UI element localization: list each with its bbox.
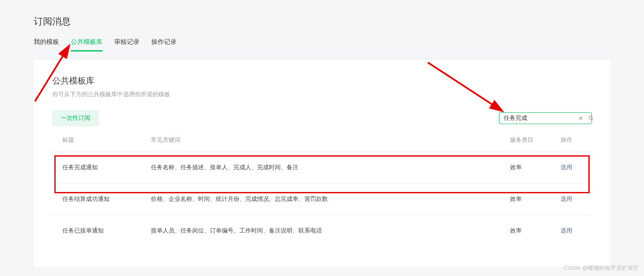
row-keywords: 接单人员、任务岗位、订单编号、工作时间、备注说明、联系电话 (151, 227, 510, 235)
watermark: CSDN @嘟嘟的程序员铲屎官 (564, 264, 639, 272)
tab-my-templates[interactable]: 我的模板 (34, 38, 59, 51)
tab-bar: 我的模板 公共模板库 审核记录 操作记录 (34, 38, 610, 51)
table-row: 任务已接单通知 接单人员、任务岗位、订单编号、工作时间、备注说明、联系电话 效率… (52, 215, 592, 246)
page-title: 订阅消息 (34, 0, 610, 38)
row-keywords: 任务名称、任务描述、接单人、完成人、完成时间、备注 (151, 164, 510, 171)
tab-review-records[interactable]: 审核记录 (114, 38, 140, 51)
row-title: 任务结算成功通知 (62, 195, 151, 203)
clear-icon[interactable] (577, 115, 584, 122)
col-header-category: 服务类目 (510, 136, 561, 144)
select-link[interactable]: 选用 (561, 227, 572, 234)
panel-title: 公共模板库 (52, 75, 592, 87)
row-title: 任务已接单通知 (62, 227, 151, 235)
row-category: 效率 (510, 227, 561, 235)
col-header-title: 标题 (62, 136, 151, 144)
select-link[interactable]: 选用 (561, 164, 572, 170)
row-title: 任务完成通知 (62, 164, 151, 171)
templates-table: 标题 常见关键词 服务类目 操作 任务完成通知 任务名称、任务描述、接单人、完成… (52, 136, 592, 246)
svg-point-2 (589, 116, 592, 119)
row-keywords: 价格、企业名称、时间、统计月份、完成情况、总完成率、需罚款数 (151, 195, 510, 203)
tab-public-templates[interactable]: 公共模板库 (71, 38, 102, 51)
row-category: 效率 (510, 164, 561, 171)
panel-desc: 你可从下方的公共模板库中选用你所需的模板 (52, 91, 592, 98)
search-box[interactable] (499, 112, 592, 124)
onetime-subscribe-chip[interactable]: 一次性订阅 (52, 110, 99, 126)
search-input[interactable] (504, 115, 577, 122)
tab-operation-records[interactable]: 操作记录 (151, 38, 177, 51)
table-row: 任务结算成功通知 价格、企业名称、时间、统计月份、完成情况、总完成率、需罚款数 … (52, 183, 592, 215)
search-icon[interactable] (588, 115, 594, 122)
row-category: 效率 (510, 195, 561, 203)
select-link[interactable]: 选用 (561, 195, 572, 202)
svg-line-3 (592, 119, 593, 121)
col-header-keywords: 常见关键词 (151, 136, 510, 144)
table-row: 任务完成通知 任务名称、任务描述、接单人、完成人、完成时间、备注 效率 选用 (52, 152, 592, 183)
col-header-action: 操作 (561, 136, 582, 144)
public-templates-panel: 公共模板库 你可从下方的公共模板库中选用你所需的模板 一次性订阅 (34, 60, 610, 267)
